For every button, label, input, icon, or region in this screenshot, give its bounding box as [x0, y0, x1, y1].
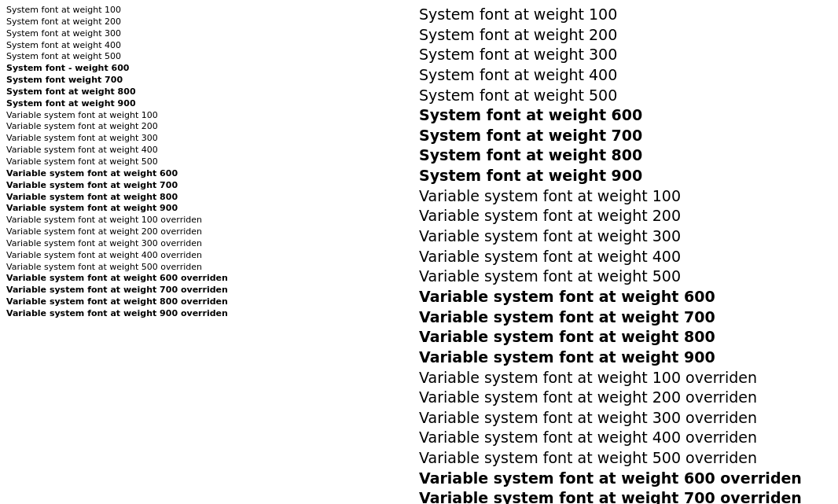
- variable-font-line: Variable system font at weight 400: [419, 247, 832, 267]
- right-column: System font at weight 100System font at …: [419, 5, 832, 504]
- variable-font-line: Variable system font at weight 300: [419, 226, 832, 247]
- variable-overriden-font-line: Variable system font at weight 600 overr…: [6, 273, 419, 285]
- system-font-line: System font at weight 600: [419, 105, 832, 126]
- variable-font-line: Variable system font at weight 600: [6, 168, 419, 180]
- system-font-line: System font at weight 400: [419, 65, 832, 86]
- variable-overriden-font-line: Variable system font at weight 700 overr…: [419, 488, 832, 504]
- variable-font-line: Variable system font at weight 400: [6, 145, 419, 156]
- system-font-line: System font weight 700: [6, 75, 419, 86]
- variable-overriden-font-line: Variable system font at weight 900 overr…: [6, 308, 419, 320]
- system-font-line: System font at weight 300: [419, 45, 832, 65]
- variable-overriden-font-line: Variable system font at weight 100 overr…: [419, 368, 832, 388]
- system-font-line: System font at weight 700: [419, 126, 832, 146]
- variable-font-line: Variable system font at weight 500: [419, 267, 832, 287]
- variable-font-line: Variable system font at weight 700: [6, 180, 419, 192]
- system-font-line: System font at weight 800: [6, 86, 419, 98]
- variable-font-line: Variable system font at weight 700: [419, 307, 832, 328]
- variable-font-line: Variable system font at weight 100: [6, 110, 419, 122]
- variable-font-line: Variable system font at weight 800: [419, 327, 832, 348]
- variable-overriden-font-line: Variable system font at weight 800 overr…: [6, 296, 419, 308]
- system-font-line: System font at weight 500: [419, 86, 832, 106]
- variable-font-line: Variable system font at weight 500: [6, 156, 419, 168]
- variable-font-line: Variable system font at weight 300: [6, 133, 419, 145]
- variable-overriden-font-line: Variable system font at weight 400 overr…: [419, 428, 832, 448]
- variable-font-line: Variable system font at weight 100: [419, 186, 832, 207]
- variable-overriden-font-line: Variable system font at weight 400 overr…: [6, 250, 419, 262]
- variable-overriden-font-line: Variable system font at weight 300 overr…: [6, 238, 419, 250]
- variable-overriden-font-line: Variable system font at weight 500 overr…: [6, 262, 419, 274]
- variable-overriden-font-line: Variable system font at weight 300 overr…: [419, 408, 832, 429]
- system-font-line: System font - weight 600: [6, 63, 419, 75]
- system-font-line: System font at weight 100: [6, 5, 419, 17]
- system-font-line: System font at weight 300: [6, 28, 419, 40]
- system-font-line: System font at weight 200: [419, 25, 832, 46]
- system-font-line: System font at weight 800: [419, 145, 832, 166]
- variable-font-line: Variable system font at weight 800: [6, 192, 419, 204]
- system-font-line: System font at weight 500: [6, 51, 419, 63]
- left-column: System font at weight 100System font at …: [6, 5, 419, 504]
- system-font-line: System font at weight 400: [6, 40, 419, 52]
- variable-font-line: Variable system font at weight 200: [419, 206, 832, 226]
- system-font-line: System font at weight 200: [6, 17, 419, 28]
- variable-font-line: Variable system font at weight 600: [419, 287, 832, 307]
- variable-font-line: Variable system font at weight 900: [6, 203, 419, 215]
- variable-font-line: Variable system font at weight 900: [419, 348, 832, 368]
- variable-overriden-font-line: Variable system font at weight 700 overr…: [6, 285, 419, 296]
- variable-overriden-font-line: Variable system font at weight 500 overr…: [419, 448, 832, 469]
- variable-overriden-font-line: Variable system font at weight 200 overr…: [6, 226, 419, 238]
- variable-overriden-font-line: Variable system font at weight 100 overr…: [6, 215, 419, 226]
- system-font-line: System font at weight 900: [6, 98, 419, 110]
- system-font-line: System font at weight 100: [419, 5, 832, 25]
- system-font-line: System font at weight 900: [419, 166, 832, 186]
- variable-overriden-font-line: Variable system font at weight 200 overr…: [419, 388, 832, 408]
- variable-overriden-font-line: Variable system font at weight 600 overr…: [419, 469, 832, 489]
- variable-font-line: Variable system font at weight 200: [6, 121, 419, 133]
